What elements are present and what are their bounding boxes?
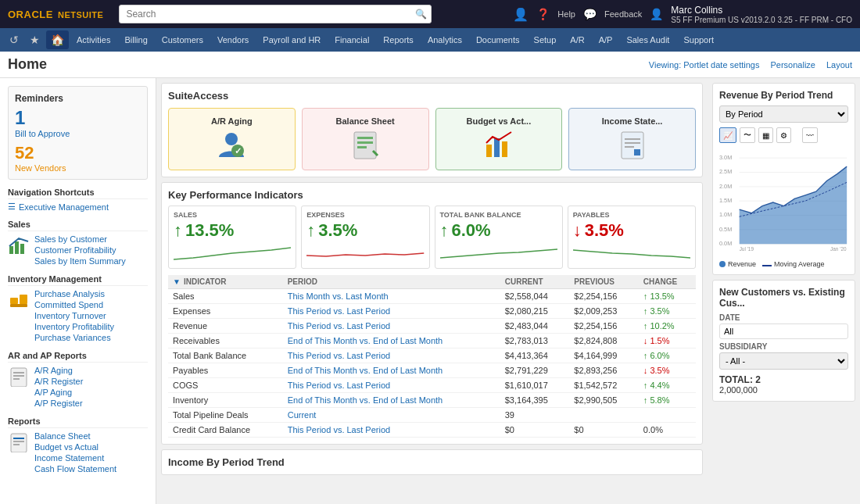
svg-rect-25 <box>625 138 640 140</box>
cell-change: ↑ 3.5% <box>639 304 696 319</box>
cash-flow-link[interactable]: Cash Flow Statement <box>34 463 116 474</box>
cell-period[interactable]: This Period vs. Last Period <box>283 304 500 319</box>
kpi-payables-arrow: ↓ <box>573 220 582 241</box>
date-input[interactable] <box>719 323 848 339</box>
table-row: COGS This Period vs. Last Period $1,610,… <box>168 378 696 393</box>
reminder2-label[interactable]: New Vendors <box>15 163 141 173</box>
cell-period[interactable]: End of This Month vs. End of Last Month <box>283 363 500 378</box>
cell-change: ↓ 3.5% <box>639 363 696 378</box>
reminders-box: Reminders 1 Bill to Approve 52 New Vendo… <box>8 86 148 180</box>
ap-aging[interactable]: A/P Aging <box>34 387 83 398</box>
nav-star-icon[interactable]: ★ <box>25 30 45 49</box>
personalize-button[interactable]: Personalize <box>770 60 815 70</box>
budget-vs-actual-link[interactable]: Budget vs Actual <box>34 441 116 452</box>
sales-by-item[interactable]: Sales by Item Summary <box>34 256 126 266</box>
reports-links: Balance Sheet Budget vs Actual Income St… <box>34 431 116 474</box>
ap-register[interactable]: A/P Register <box>34 398 83 409</box>
layout-button[interactable]: Layout <box>826 60 852 70</box>
cell-previous <box>569 408 639 423</box>
purchase-analysis[interactable]: Purchase Analysis <box>34 288 114 299</box>
chart-area-btn[interactable]: 〜 <box>740 127 755 143</box>
svg-text:2.0M: 2.0M <box>719 183 732 190</box>
cell-period[interactable]: This Period vs. Last Period <box>283 423 500 438</box>
chart-line-btn[interactable]: 📈 <box>719 127 736 143</box>
viewing-settings[interactable]: Viewing: Portlet date settings <box>649 60 760 70</box>
purchase-variances[interactable]: Purchase Variances <box>34 332 114 343</box>
chart-combo-btn[interactable]: ⚙ <box>776 127 791 143</box>
change-up: ↑ 13.5% <box>643 291 691 301</box>
nav-sales-audit[interactable]: Sales Audit <box>620 32 675 48</box>
cell-period[interactable]: This Period vs. Last Period <box>283 378 500 393</box>
suite-tile-income[interactable]: Income State... <box>568 108 696 170</box>
nav-vendors[interactable]: Vendors <box>211 32 255 48</box>
sort-icon[interactable]: ▼ <box>173 277 181 286</box>
customer-profitability[interactable]: Customer Profitability <box>34 245 126 256</box>
ar-ap-links-group: A/R Aging A/R Register A/P Aging A/P Reg… <box>8 365 148 409</box>
kpi-section: Key Performance Indicators SALES ↑ 13.5%… <box>161 182 703 445</box>
svg-point-14 <box>225 133 238 145</box>
balance-sheet-link[interactable]: Balance Sheet <box>34 431 116 441</box>
ar-aging[interactable]: A/R Aging <box>34 365 83 376</box>
cell-period[interactable]: This Period vs. Last Period <box>283 319 500 334</box>
nav-financial[interactable]: Financial <box>328 32 375 48</box>
cell-period[interactable]: End of This Month vs. End of Last Month <box>283 393 500 408</box>
nav-ap[interactable]: A/P <box>593 32 619 48</box>
nav-activities[interactable]: Activities <box>70 32 116 48</box>
help-label[interactable]: Help <box>557 9 575 19</box>
nav-refresh-icon[interactable]: ↺ <box>5 30 23 49</box>
nav-analytics[interactable]: Analytics <box>421 32 468 48</box>
exec-mgmt-link[interactable]: ☰ Executive Management <box>8 202 148 212</box>
nav-setup[interactable]: Setup <box>528 32 563 48</box>
suite-tile-budget[interactable]: Budget vs Act... <box>435 108 563 170</box>
total-value: 2,000,000 <box>719 385 848 395</box>
legend-revenue-dot <box>719 261 726 267</box>
reminder1-label[interactable]: Bill to Approve <box>15 129 141 138</box>
search-bar[interactable]: 🔍 <box>119 5 432 23</box>
nav-payroll[interactable]: Payroll and HR <box>256 32 327 48</box>
search-input[interactable] <box>119 5 432 23</box>
chart-bar-btn[interactable]: ▦ <box>758 127 773 143</box>
cell-indicator: Receivables <box>168 334 283 349</box>
sales-links-group: Sales by Customer Customer Profitability… <box>8 234 148 266</box>
user-name: Marc Collins <box>671 5 852 16</box>
user-details: Marc Collins S5 FF Premium US v2019.2.0 … <box>671 5 852 24</box>
reports-section: Reports Balance Sheet Budget vs Actual I… <box>8 416 148 474</box>
reminder1-count: 1 <box>15 107 141 129</box>
svg-text:1.0M: 1.0M <box>719 211 732 218</box>
cell-period[interactable]: This Month vs. Last Month <box>283 289 500 304</box>
suite-tile-balance-sheet[interactable]: Balance Sheet <box>302 108 429 170</box>
cell-indicator: Inventory <box>168 393 283 408</box>
header-actions: Viewing: Portlet date settings Personali… <box>649 60 852 70</box>
reports-links-group: Balance Sheet Budget vs Actual Income St… <box>8 431 148 474</box>
committed-spend[interactable]: Committed Spend <box>34 299 114 310</box>
nav-home-icon[interactable]: 🏠 <box>46 30 69 49</box>
feedback-label[interactable]: Feedback <box>604 9 642 19</box>
nav-shortcuts-title: Navigation Shortcuts <box>8 188 148 199</box>
suite-tile-ar-aging[interactable]: A/R Aging ✓ <box>168 108 296 170</box>
sales-by-customer[interactable]: Sales by Customer <box>34 234 126 245</box>
subsidiary-select[interactable]: - All - <box>719 352 848 370</box>
nav-customers[interactable]: Customers <box>156 32 210 48</box>
chart-wave-btn[interactable]: 〰 <box>802 127 818 143</box>
cell-current: $2,783,013 <box>500 334 570 349</box>
cell-period[interactable]: Current <box>283 408 500 423</box>
ar-register[interactable]: A/R Register <box>34 376 83 387</box>
income-statement-link[interactable]: Income Statement <box>34 452 116 463</box>
nav-support[interactable]: Support <box>677 32 720 48</box>
user-info: S5 FF Premium US v2019.2.0 3.25 - FF PRM… <box>671 16 852 24</box>
inventory-profitability[interactable]: Inventory Profitability <box>34 321 114 332</box>
kpi-table-body: Sales This Month vs. Last Month $2,558,0… <box>168 289 696 438</box>
th-change: CHANGE <box>639 275 696 289</box>
cell-period[interactable]: This Period vs. Last Period <box>283 349 500 363</box>
nav-ar[interactable]: A/R <box>564 32 590 48</box>
cell-period[interactable]: End of This Month vs. End of Last Month <box>283 334 500 349</box>
inventory-turnover[interactable]: Inventory Turnover <box>34 310 114 321</box>
nav-billing[interactable]: Billing <box>118 32 153 48</box>
nav-documents[interactable]: Documents <box>470 32 526 48</box>
svg-rect-21 <box>486 145 492 157</box>
period-select[interactable]: By Period <box>719 105 848 123</box>
tile-budget-label: Budget vs Act... <box>467 116 532 126</box>
cell-change <box>639 408 696 423</box>
nav-reports[interactable]: Reports <box>377 32 420 48</box>
tile-bs-icon <box>349 129 381 163</box>
